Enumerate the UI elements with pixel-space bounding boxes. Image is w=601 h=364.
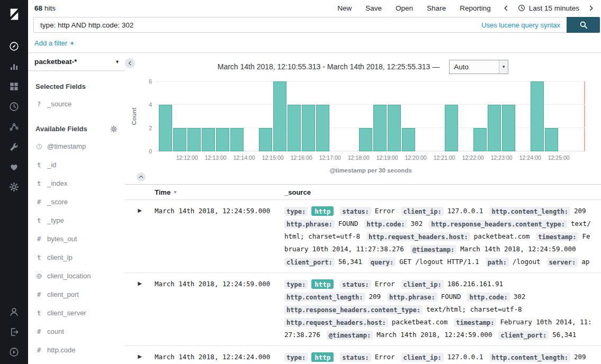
menu-share[interactable]: Share	[427, 4, 446, 12]
histogram-plot[interactable]	[156, 81, 585, 151]
nav-item-management[interactable]	[0, 177, 28, 197]
field-label: client_location	[47, 272, 91, 280]
interval-select[interactable]: Auto ▼	[449, 60, 508, 74]
histogram-bar[interactable]	[488, 105, 501, 151]
y-tick-label: 6	[136, 78, 152, 85]
kibana-logo[interactable]	[0, 0, 28, 29]
number-field-icon: #	[35, 198, 42, 206]
histogram-bar[interactable]	[259, 128, 272, 151]
field-item-_index[interactable]: t_index	[35, 174, 120, 193]
field-item-bytes_out[interactable]: #bytes_out	[35, 230, 120, 248]
expand-row-button[interactable]: ▶	[125, 351, 155, 364]
histogram-bar[interactable]	[288, 105, 301, 151]
add-filter-button[interactable]: Add a filter+	[34, 39, 74, 47]
histogram-bar[interactable]	[202, 128, 215, 151]
timepicker-back-button[interactable]	[503, 5, 509, 12]
interval-value: Auto	[454, 63, 469, 71]
search-button[interactable]	[567, 17, 600, 33]
collapse-chart-button[interactable]	[137, 172, 146, 181]
histogram-bar[interactable]	[531, 81, 544, 151]
field-item-_type[interactable]: t_type	[35, 211, 120, 230]
expand-row-button[interactable]: ▶	[125, 278, 155, 341]
nav-item-collapse[interactable]	[0, 342, 28, 362]
source-field-value-highlighted: http	[311, 279, 334, 289]
menu-new[interactable]: New	[337, 4, 352, 12]
nav-item-dashboard[interactable]	[0, 76, 28, 96]
time-column-header[interactable]: Time ▼	[155, 188, 284, 196]
nav-item-account[interactable]	[0, 302, 28, 322]
source-field-name: timestamp:	[454, 318, 496, 327]
time-header-label: Time	[155, 188, 171, 196]
source-field-name: http.phrase:	[284, 220, 335, 229]
field-item-client_server[interactable]: tclient_server	[35, 304, 120, 322]
nav-item-timelion[interactable]	[0, 96, 28, 116]
nav-item-discover[interactable]	[0, 36, 28, 56]
source-field-name: type:	[284, 353, 308, 362]
histogram-bar[interactable]	[316, 105, 329, 151]
string-field-icon: t	[35, 254, 42, 261]
histogram-bar[interactable]	[173, 128, 186, 151]
documents-table: Time ▼ _source ▶March 14th 2018, 12:24:5…	[125, 184, 601, 364]
search-icon	[579, 21, 588, 29]
field-settings-gear-icon[interactable]	[110, 125, 118, 133]
field-item-_id[interactable]: t_id	[35, 156, 120, 174]
source-field-name: timestamp:	[536, 232, 578, 241]
menu-open[interactable]: Open	[396, 4, 413, 12]
lucene-syntax-link[interactable]: Uses lucene query syntax	[481, 21, 560, 29]
field-item-_score[interactable]: #_score	[35, 193, 120, 211]
field-item-http.code[interactable]: #http.code	[35, 341, 120, 359]
source-field-name: client_ip:	[401, 353, 443, 362]
histogram-bar[interactable]	[373, 105, 387, 151]
timepicker-forward-button[interactable]	[588, 5, 595, 12]
kibana-logo-icon	[7, 7, 21, 21]
field-item-client_location[interactable]: client_location	[35, 267, 120, 285]
source-field-value: FOUND	[441, 293, 461, 301]
histogram-bar[interactable]	[545, 128, 558, 151]
index-pattern-selector[interactable]: packetbeat-* ▼	[28, 53, 125, 71]
query-text: type: http AND http.code: 302	[40, 21, 133, 29]
field-item-@timestamp[interactable]: @timestamp	[35, 137, 120, 156]
nav-item-visualize[interactable]	[0, 56, 28, 76]
field-label: _score	[47, 198, 68, 206]
hits-count: 68hits	[34, 4, 56, 12]
field-item-client_ip[interactable]: tclient_ip	[35, 248, 120, 267]
histogram-bar[interactable]	[388, 105, 401, 151]
source-field-value: /logout	[513, 258, 541, 266]
histogram-bar[interactable]	[402, 128, 415, 151]
nav-item-dev-tools[interactable]	[0, 136, 28, 157]
source-field-name: http.content_length:	[284, 293, 365, 302]
nav-item-machine-learning[interactable]	[0, 116, 28, 136]
top-bar: 68hits NewSaveOpenShareReporting Last 15…	[28, 0, 601, 16]
histogram-bar[interactable]	[359, 128, 372, 151]
field-label: client_ip	[47, 253, 73, 261]
time-range-title: March 14th 2018, 12:10:55.313 - March 14…	[218, 62, 440, 71]
histogram-bar[interactable]	[502, 105, 515, 151]
expand-row-button[interactable]: ▶	[125, 205, 155, 268]
histogram-bar[interactable]	[216, 128, 229, 151]
doc-table-header: Time ▼ _source	[125, 184, 601, 200]
histogram-bar[interactable]	[273, 81, 286, 151]
histogram-bar[interactable]	[302, 105, 315, 151]
histogram-bar[interactable]	[473, 128, 487, 151]
timepicker-button[interactable]: Last 15 minutes	[518, 4, 579, 12]
menu-save[interactable]: Save	[365, 4, 382, 12]
selected-fields-heading: Selected Fields	[35, 83, 120, 90]
field-item-count[interactable]: #count	[35, 322, 120, 341]
string-field-icon: t	[35, 161, 42, 169]
hits-label: hits	[44, 4, 56, 12]
search-query-input[interactable]: type: http AND http.code: 302 Uses lucen…	[33, 17, 567, 33]
histogram-bar[interactable]	[445, 105, 458, 151]
field-item-client_port[interactable]: #client_port	[35, 285, 120, 304]
source-field-value: FOUND	[338, 220, 358, 228]
histogram-bar[interactable]	[187, 128, 201, 151]
field-item-_source[interactable]: ?_source	[35, 95, 120, 113]
nav-item-monitoring[interactable]	[0, 157, 28, 177]
index-pattern-name: packetbeat-*	[34, 58, 77, 66]
histogram-bar[interactable]	[159, 105, 172, 151]
menu-reporting[interactable]: Reporting	[460, 4, 491, 12]
source-field-value: 127.0.0.1	[447, 353, 483, 361]
field-label: http.code	[47, 346, 76, 354]
histogram-bar[interactable]	[230, 128, 244, 151]
table-row: ▶March 14th 2018, 12:24:59.000type:https…	[125, 200, 601, 273]
nav-item-logout[interactable]	[0, 322, 28, 342]
